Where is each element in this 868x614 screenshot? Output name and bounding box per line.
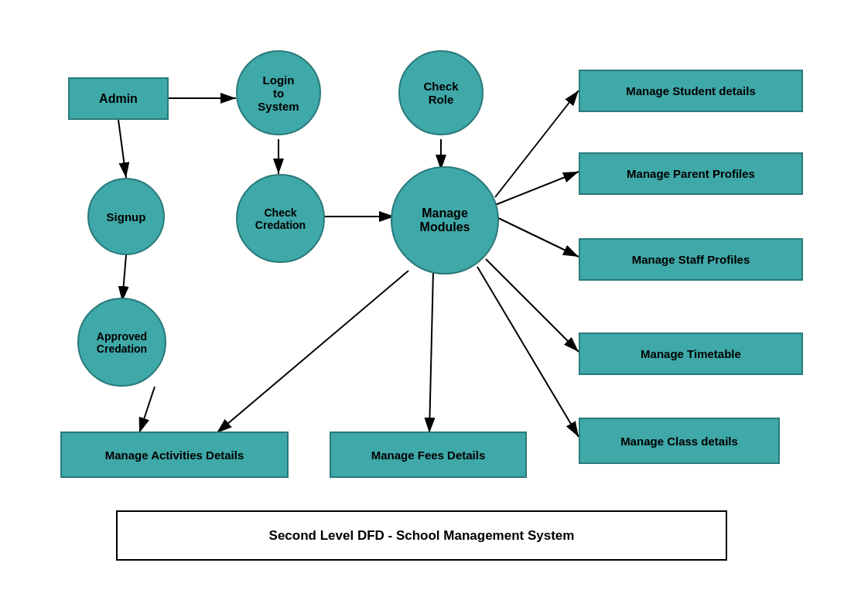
svg-line-2 [118, 120, 126, 178]
svg-line-10 [486, 259, 579, 352]
manage-parent-node: Manage Parent Profiles [579, 152, 803, 195]
caption-box: Second Level DFD - School Management Sys… [116, 510, 727, 561]
manage-modules-node: ManageModules [391, 166, 499, 275]
manage-fees-node: Manage Fees Details [330, 432, 527, 478]
manage-timetable-node: Manage Timetable [579, 333, 803, 375]
svg-line-4 [122, 255, 126, 302]
diagram: Admin LogintoSystem CheckRole Signup Che… [0, 0, 868, 614]
approved-credation-node: ApprovedCredation [77, 298, 166, 387]
login-node: LogintoSystem [236, 50, 321, 135]
svg-line-9 [495, 217, 579, 257]
manage-activities-node: Manage Activities Details [60, 432, 289, 478]
check-credation-node: CheckCredation [236, 174, 325, 263]
svg-line-14 [139, 387, 155, 433]
admin-node: Admin [68, 77, 169, 120]
svg-line-7 [495, 90, 579, 197]
manage-class-node: Manage Class details [579, 418, 780, 464]
svg-line-13 [429, 271, 433, 433]
check-role-node: CheckRole [398, 50, 484, 135]
svg-line-8 [495, 172, 579, 205]
svg-line-11 [477, 267, 579, 437]
manage-staff-node: Manage Staff Profiles [579, 238, 803, 281]
signup-node: Signup [87, 178, 165, 255]
manage-student-node: Manage Student details [579, 70, 803, 112]
svg-line-12 [217, 271, 408, 433]
